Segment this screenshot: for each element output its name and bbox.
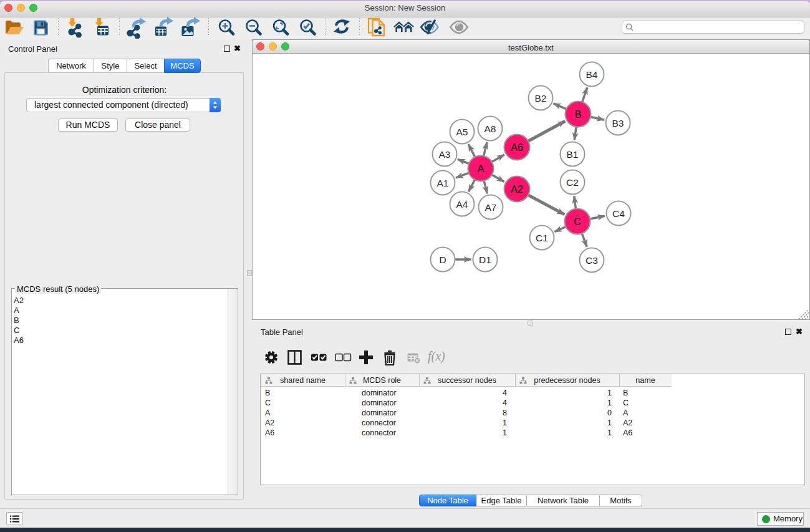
svg-text:C3: C3 (586, 255, 598, 266)
svg-text:D1: D1 (479, 254, 491, 265)
svg-text:B1: B1 (567, 149, 579, 160)
svg-text:C4: C4 (612, 208, 625, 219)
svg-text:B2: B2 (535, 93, 547, 104)
svg-text:A4: A4 (456, 199, 468, 210)
svg-text:A8: A8 (485, 123, 496, 134)
svg-text:D: D (439, 254, 446, 265)
svg-text:C: C (574, 216, 581, 227)
svg-text:A5: A5 (456, 127, 468, 137)
svg-text:A7: A7 (485, 202, 497, 213)
svg-text:B: B (575, 109, 582, 120)
svg-text:B3: B3 (612, 118, 624, 128)
svg-text:C2: C2 (566, 177, 579, 188)
svg-text:A3: A3 (439, 149, 451, 160)
svg-text:A: A (478, 163, 485, 174)
svg-text:A2: A2 (511, 184, 523, 195)
svg-text:B4: B4 (586, 69, 598, 80)
svg-text:A6: A6 (511, 142, 523, 153)
svg-text:C1: C1 (536, 233, 548, 243)
svg-text:A1: A1 (437, 178, 449, 188)
